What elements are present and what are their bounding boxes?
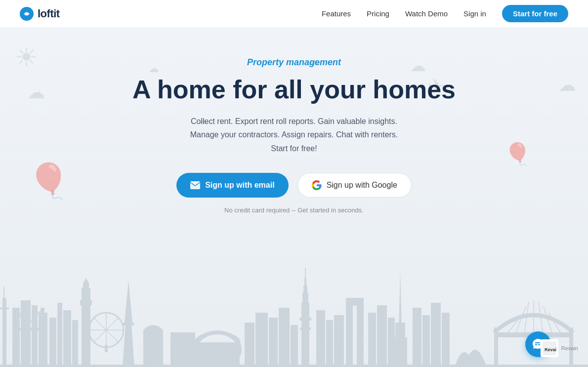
signup-google-button[interactable]: Sign up with Google: [297, 173, 412, 198]
hero-desc-line1: Collect rent. Export rent roll reports. …: [132, 115, 456, 128]
svg-rect-40: [178, 335, 182, 367]
revain-widget[interactable]: Revain Revain: [541, 339, 578, 357]
svg-rect-72: [431, 303, 441, 367]
svg-rect-70: [413, 308, 421, 367]
revain-logo: Revain: [541, 339, 558, 357]
svg-rect-56: [299, 318, 311, 321]
revain-label: Revain: [561, 345, 578, 351]
hero-title: A home for all your homes: [132, 76, 456, 104]
nav-pricing[interactable]: Pricing: [367, 9, 389, 18]
start-for-free-button[interactable]: Start for free: [502, 5, 568, 22]
svg-rect-2: [190, 181, 200, 189]
svg-rect-44: [195, 342, 240, 367]
svg-rect-51: [301, 303, 309, 367]
svg-rect-48: [269, 318, 278, 367]
svg-rect-64: [368, 313, 376, 367]
svg-rect-10: [15, 327, 44, 330]
svg-rect-7: [21, 300, 31, 367]
svg-rect-85: [0, 365, 588, 367]
svg-rect-60: [334, 315, 344, 367]
nav-sign-in[interactable]: Sign in: [463, 9, 486, 18]
cloud-tr2-icon: ☁: [558, 75, 576, 95]
nav-watch-demo[interactable]: Watch Demo: [405, 9, 448, 18]
svg-rect-31: [123, 323, 134, 326]
svg-marker-30: [125, 281, 132, 323]
svg-rect-21: [83, 283, 89, 290]
nav-links: Features Pricing Watch Demo Sign in Star…: [322, 5, 568, 22]
cloud-tl-icon: ☁: [27, 82, 45, 103]
svg-rect-41: [185, 335, 189, 367]
hero-content: Property management A home for all your …: [132, 57, 456, 214]
svg-rect-16: [57, 303, 62, 367]
logo-icon: [20, 7, 34, 21]
sun-icon: ☀: [15, 42, 38, 72]
email-icon: [190, 181, 200, 189]
svg-rect-57: [300, 327, 311, 330]
hero-section: ☀ ☁ ☁ ☁ ☁ ☁ ✈ ☁ 🎈 🎈 Property management …: [0, 28, 588, 367]
hero-desc-line3: Start for free!: [132, 142, 456, 155]
skyline: [0, 258, 588, 367]
hero-buttons: Sign up with email Sign up with Google: [132, 173, 456, 198]
navbar: loftit Features Pricing Watch Demo Sign …: [0, 0, 588, 28]
svg-rect-15: [49, 318, 56, 367]
svg-rect-35: [146, 330, 152, 367]
svg-rect-65: [377, 305, 387, 367]
svg-rect-73: [442, 313, 450, 367]
svg-point-1: [25, 12, 28, 15]
balloon-left-icon: 🎈: [27, 161, 70, 202]
svg-rect-46: [245, 323, 254, 367]
svg-rect-52: [302, 293, 308, 305]
hero-desc-line2: Manage your contractors. Assign repairs.…: [132, 128, 456, 141]
svg-rect-71: [422, 315, 430, 367]
google-icon: [312, 180, 322, 190]
svg-rect-59: [326, 320, 333, 367]
balloon-right-icon: 🎈: [504, 141, 531, 167]
svg-text:Revain: Revain: [545, 347, 556, 352]
logo-text: loftit: [38, 7, 60, 20]
svg-rect-58: [316, 310, 325, 367]
svg-rect-76: [494, 327, 498, 367]
svg-rect-36: [160, 330, 163, 367]
svg-marker-22: [83, 278, 89, 283]
logo[interactable]: loftit: [20, 7, 60, 21]
svg-rect-69: [393, 337, 407, 367]
svg-rect-5: [0, 308, 9, 309]
svg-rect-61: [346, 298, 353, 367]
svg-rect-18: [72, 320, 78, 367]
svg-rect-62: [357, 298, 364, 367]
svg-marker-4: [3, 285, 4, 298]
svg-rect-50: [291, 325, 298, 367]
svg-rect-17: [63, 310, 71, 367]
hero-description: Collect rent. Export rent roll reports. …: [132, 115, 456, 155]
signup-email-button[interactable]: Sign up with email: [176, 173, 288, 198]
svg-rect-49: [279, 308, 290, 367]
svg-rect-12: [41, 308, 44, 342]
hero-subtitle: Property management: [132, 57, 456, 68]
svg-rect-47: [255, 313, 268, 367]
svg-rect-63: [346, 298, 364, 306]
hero-disclaimer: No credit card required -- Get started i…: [132, 206, 456, 214]
svg-rect-32: [125, 345, 132, 347]
svg-rect-20: [80, 300, 92, 305]
nav-features[interactable]: Features: [322, 9, 351, 18]
svg-rect-11: [15, 308, 19, 342]
svg-rect-39: [172, 335, 176, 367]
svg-rect-54: [304, 278, 306, 287]
